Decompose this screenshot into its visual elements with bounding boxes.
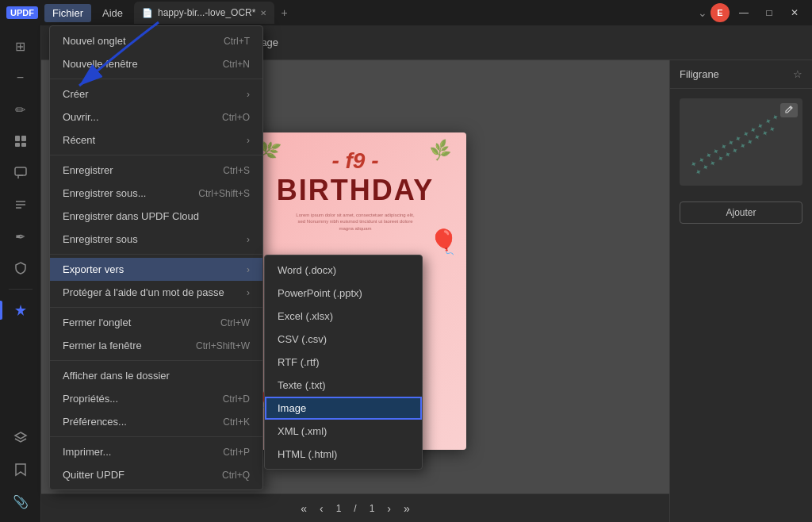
chevron-down-icon[interactable]: ⌄ [698, 6, 707, 19]
submenu-texte[interactable]: Texte (.txt) [265, 374, 422, 397]
menu-fermer-onglet-label: Fermer l'onglet [63, 317, 220, 328]
sidebar-edit-icon[interactable]: ✏ [6, 95, 35, 124]
tab-close-button[interactable]: ✕ [260, 9, 266, 17]
menu-nouvel-onglet-label: Nouvel onglet [63, 35, 224, 47]
star-icon[interactable]: ☆ [793, 68, 802, 80]
aide-menu[interactable]: Aide [94, 4, 131, 22]
menu-enregistrer-cloud[interactable]: Enregistrer dans UPDF Cloud [50, 205, 262, 228]
maximize-button[interactable]: □ [758, 2, 780, 24]
menu-fermer-onglet[interactable]: Fermer l'onglet Ctrl+W [50, 311, 262, 334]
sidebar-layers-icon[interactable] [6, 424, 35, 452]
menu-nouvelle-fenetre-shortcut: Ctrl+N [223, 59, 250, 70]
menu-proprietes[interactable]: Propriétés... Ctrl+D [50, 387, 262, 410]
sidebar-divider [9, 289, 33, 290]
menu-proteger-arrow: › [247, 287, 250, 298]
menu-recent-arrow: › [247, 135, 250, 146]
exporter-submenu: Word (.docx) PowerPoint (.pptx) Excel (.… [264, 255, 423, 470]
menu-proteger-label: Protéger à l'aide d'un mot de passe [63, 286, 247, 298]
menu-exporter-vers[interactable]: Exporter vers › Word (.docx) PowerPoint … [50, 258, 262, 281]
bottom-bar: « ‹ 1 / 1 › » [41, 493, 669, 522]
sidebar-ai-icon[interactable] [6, 296, 35, 324]
svg-marker-8 [15, 305, 26, 316]
decoration-right-top: 🌿 [428, 137, 454, 162]
submenu-powerpoint-label: PowerPoint (.pptx) [278, 287, 362, 299]
nav-first-button[interactable]: « [297, 499, 310, 518]
submenu-word[interactable]: Word (.docx) [265, 259, 422, 282]
submenu-image[interactable]: Image [265, 397, 422, 420]
sidebar-comment-icon[interactable] [6, 159, 35, 187]
sidebar-minus-icon[interactable]: − [6, 63, 35, 92]
menu-afficher-dossier[interactable]: Afficher dans le dossier [50, 364, 262, 387]
menu-proteger[interactable]: Protéger à l'aide d'un mot de passe › [50, 281, 262, 304]
menu-divider-2 [50, 155, 262, 155]
menu-enregistrer-sous[interactable]: Enregistrer sous... Ctrl+Shift+S [50, 182, 262, 205]
menu-enregistrer-cloud-label: Enregistrer dans UPDF Cloud [63, 210, 250, 222]
fichier-menu[interactable]: Fichier [44, 4, 91, 22]
submenu-csv[interactable]: CSV (.csv) [265, 328, 422, 351]
submenu-html-label: HTML (.html) [278, 448, 337, 460]
menu-nouvelle-fenetre[interactable]: Nouvelle fenêtre Ctrl+N [50, 52, 262, 75]
svg-rect-2 [15, 143, 20, 147]
submenu-xml-label: XML (.xml) [278, 425, 327, 437]
right-panel-header: Filigrane ☆ [670, 60, 812, 89]
pdf-birthday-title: BIRTHDAY [277, 174, 435, 207]
menu-imprimer-label: Imprimer... [63, 446, 223, 458]
pdf-f9-title: - f9 - [331, 148, 378, 174]
menu-divider-4 [50, 307, 262, 308]
user-avatar[interactable]: E [710, 3, 730, 22]
menu-enregistrer-sous-label: Enregistrer sous... [63, 187, 198, 199]
sidebar: ⊞ − ✏ ✒ [0, 25, 41, 522]
balloon-decoration: 🎈 [429, 228, 458, 255]
menu-enregistrer-label: Enregistrer [63, 164, 223, 176]
menu-enregistrer-sous-2-arrow: › [247, 234, 250, 245]
menu-ouvrir[interactable]: Ouvrir... Ctrl+O [50, 106, 262, 129]
sidebar-view-icon[interactable]: ⊞ [6, 32, 35, 60]
menu-proprietes-shortcut: Ctrl+D [223, 393, 250, 405]
menu-ouvrir-label: Ouvrir... [63, 111, 222, 123]
menu-fermer-onglet-shortcut: Ctrl+W [220, 317, 250, 328]
sidebar-attach-icon[interactable]: 📎 [6, 487, 35, 516]
menu-nouvel-onglet[interactable]: Nouvel onglet Ctrl+T [50, 29, 262, 52]
menu-recent[interactable]: Récent › [50, 129, 262, 152]
menu-enregistrer-sous-2[interactable]: Enregistrer sous › [50, 228, 262, 251]
sidebar-pages-icon[interactable] [6, 127, 35, 155]
titlebar: UPDF Fichier Aide 📄 happy-bir...-love_OC… [0, 0, 812, 25]
menu-enregistrer-sous-shortcut: Ctrl+Shift+S [198, 188, 250, 199]
tab-doc-icon: 📄 [142, 8, 153, 18]
submenu-powerpoint[interactable]: PowerPoint (.pptx) [265, 282, 422, 305]
watermark-edit-button[interactable] [780, 103, 798, 117]
nav-next-button[interactable]: › [384, 499, 394, 518]
menu-quitter[interactable]: Quitter UPDF Ctrl+Q [50, 463, 262, 486]
submenu-html[interactable]: HTML (.html) [265, 443, 422, 466]
submenu-excel[interactable]: Excel (.xlsx) [265, 305, 422, 328]
nav-prev-button[interactable]: ‹ [316, 499, 327, 518]
minimize-button[interactable]: — [733, 2, 755, 24]
active-tab[interactable]: 📄 happy-bir...-love_OCR* ✕ [134, 2, 274, 24]
submenu-word-label: Word (.docx) [278, 264, 336, 276]
new-tab-button[interactable]: + [281, 6, 287, 19]
menu-enregistrer-shortcut: Ctrl+S [223, 165, 250, 176]
submenu-xml[interactable]: XML (.xml) [265, 420, 422, 443]
submenu-rtf[interactable]: RTF (.rtf) [265, 351, 422, 374]
sidebar-sign-icon[interactable]: ✒ [6, 222, 35, 251]
close-button[interactable]: ✕ [783, 2, 806, 24]
nav-last-button[interactable]: » [400, 499, 413, 518]
menu-exporter-vers-label: Exporter vers [63, 263, 247, 275]
menu-creer[interactable]: Créer › [50, 83, 262, 106]
menu-preferences[interactable]: Préférences... Ctrl+K [50, 410, 262, 433]
menu-fermer-fenetre[interactable]: Fermer la fenêtre Ctrl+Shift+W [50, 334, 262, 357]
add-button[interactable]: Ajouter [680, 202, 802, 224]
sidebar-form-icon[interactable] [6, 190, 35, 219]
menu-imprimer[interactable]: Imprimer... Ctrl+P [50, 440, 262, 463]
menu-recent-label: Récent [63, 134, 247, 146]
menu-nouvelle-fenetre-label: Nouvelle fenêtre [63, 58, 223, 70]
menu-divider-3 [50, 254, 262, 255]
menu-ouvrir-shortcut: Ctrl+O [222, 112, 250, 123]
menu-fermer-fenetre-shortcut: Ctrl+Shift+W [196, 340, 250, 351]
submenu-image-label: Image [278, 402, 306, 414]
menu-creer-arrow: › [247, 89, 250, 100]
menu-preferences-label: Préférences... [63, 416, 223, 428]
menu-enregistrer[interactable]: Enregistrer Ctrl+S [50, 159, 262, 182]
sidebar-bookmark-icon[interactable] [6, 455, 35, 484]
sidebar-protect-icon[interactable] [6, 254, 35, 282]
